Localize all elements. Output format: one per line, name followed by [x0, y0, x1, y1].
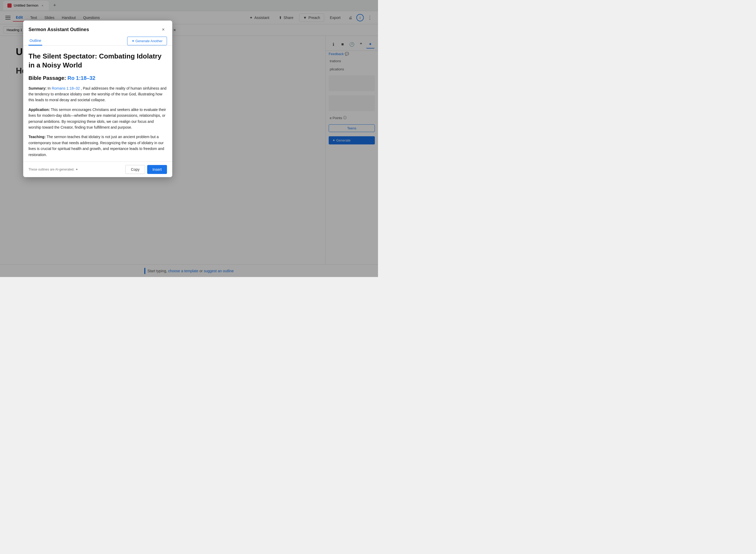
outline-passage: Bible Passage: Ro 1:18–32	[29, 75, 167, 81]
summary-pretext: In	[48, 86, 52, 91]
footer-note: These outlines are AI-generated. ✦	[29, 168, 78, 171]
modal-close-button[interactable]: ×	[160, 26, 167, 33]
modal-body: The Silent Spectator: Combating Idolatry…	[23, 46, 172, 162]
footer-ai-icon: ✦	[75, 168, 78, 171]
application-label: Application:	[29, 108, 50, 112]
modal-title: Sermon Assistant Outlines	[29, 27, 89, 33]
passage-reference[interactable]: Ro 1:18–32	[67, 75, 96, 81]
sermon-assistant-modal: Sermon Assistant Outlines × Outline ✦ Ge…	[23, 20, 172, 177]
generate-another-button[interactable]: ✦ Generate Another	[127, 37, 167, 45]
passage-label: Bible Passage:	[29, 75, 66, 81]
modal-tabs: Outline ✦ Generate Another	[23, 33, 172, 46]
app-container: Edit Text Slides Handout Questions ✦ Ass…	[0, 11, 378, 277]
teaching-section: Teaching: The sermon teaches that idolat…	[29, 134, 167, 158]
insert-button[interactable]: Insert	[147, 165, 167, 174]
footer-note-text: These outlines are AI-generated.	[29, 168, 74, 171]
teaching-label: Teaching:	[29, 135, 46, 139]
tab-outline[interactable]: Outline	[29, 36, 42, 46]
copy-button[interactable]: Copy	[125, 165, 145, 174]
summary-label: Summary:	[29, 86, 46, 91]
footer-actions: Copy Insert	[125, 165, 167, 174]
modal-footer: These outlines are AI-generated. ✦ Copy …	[23, 162, 172, 177]
summary-section: Summary: In Romans 1:18–32 , Paul addres…	[29, 86, 167, 103]
application-section: Application: This sermon encourages Chri…	[29, 107, 167, 130]
outline-title: The Silent Spectator: Combating Idolatry…	[29, 52, 167, 70]
teaching-text: The sermon teaches that idolatry is not …	[29, 135, 164, 157]
modal-header: Sermon Assistant Outlines ×	[23, 20, 172, 33]
summary-link[interactable]: Romans 1:18–32	[52, 86, 80, 91]
